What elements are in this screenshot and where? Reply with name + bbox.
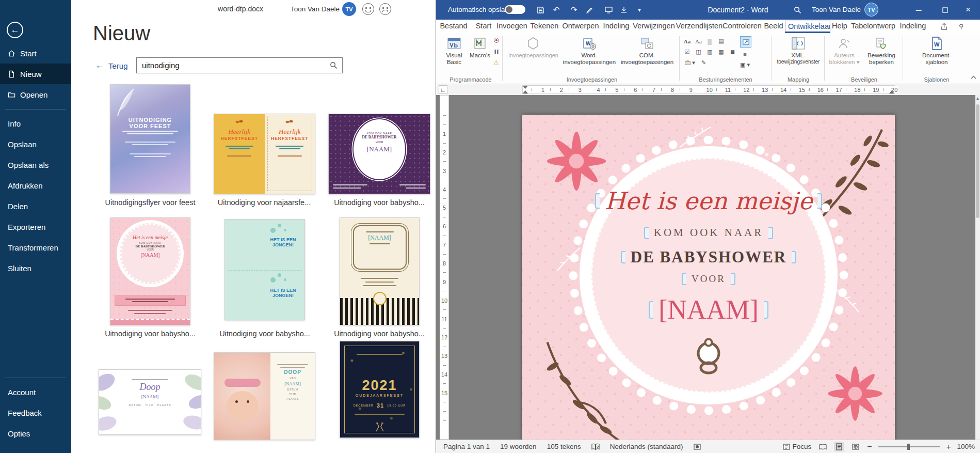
language-indicator[interactable]: Nederlands (standaard) — [610, 443, 683, 450]
zoom-slider[interactable] — [878, 442, 940, 451]
content-control-end-icon[interactable] — [792, 251, 796, 263]
template-card-doop-floraal[interactable]: Doop [NAAM] DATUM · TIJD · PLAATS — [99, 369, 201, 435]
template-card-doop-babyfoto[interactable]: DOOP VAN [NAAM] DATUM TIJD PLAATS — [214, 352, 315, 440]
macro-pause-icon[interactable] — [491, 46, 501, 56]
sidebar-item-opslaan[interactable]: Opslaan — [0, 134, 71, 154]
proofing-icon[interactable] — [591, 443, 600, 450]
template-card-uitnodigingsflyer[interactable]: UITNODIGING VOOR FEEST — [110, 84, 190, 194]
template-label[interactable]: Uitnodiging voor babysho... — [96, 330, 204, 338]
content-control-end-icon[interactable] — [731, 273, 735, 285]
combo-box-control-button[interactable]: ◫ — [694, 47, 703, 57]
sidebar-item-afdrukken[interactable]: Afdrukken — [0, 175, 71, 196]
block-authors-button[interactable]: Auteurs blokkeren ▾ — [827, 35, 861, 66]
tab-controleren[interactable]: Controleren — [720, 21, 764, 31]
vertical-scrollbar[interactable]: ▲ — [975, 95, 980, 440]
search-input[interactable] — [137, 61, 325, 70]
first-line-indent-marker[interactable] — [523, 86, 528, 89]
tab-indeling-tabel[interactable]: Indeling — [897, 21, 929, 31]
qat-customize-icon[interactable]: ▾ — [633, 4, 646, 15]
download-icon[interactable] — [618, 4, 630, 15]
template-label[interactable]: Uitnodigingsflyer voor feest — [96, 198, 204, 207]
dropdown-list-control-button[interactable]: ▥ — [705, 47, 715, 57]
addins-button[interactable]: Invoegtoepassingen — [508, 35, 558, 58]
content-control-start-icon[interactable] — [595, 193, 600, 209]
macro-record-status-icon[interactable] — [694, 444, 701, 450]
print-layout-button[interactable] — [834, 442, 844, 451]
template-card-oudejaarsfeest[interactable]: 2021 OUDEJAARSFEEST DECEMBER 31 19:00 UU… — [340, 341, 420, 438]
back-button[interactable]: ← — [7, 22, 23, 38]
search-icon[interactable] — [791, 4, 804, 15]
content-control-start-icon[interactable] — [649, 301, 653, 319]
doc-text[interactable]: KOM OOK NAAR — [654, 226, 764, 239]
doc-text[interactable]: DE BABYSHOWER — [631, 248, 786, 267]
content-control-end-icon[interactable] — [764, 301, 768, 319]
tab-start[interactable]: Start — [473, 21, 494, 31]
user-name[interactable]: Toon Van Daele — [812, 6, 861, 13]
content-control-end-icon[interactable] — [817, 193, 822, 209]
redo-icon[interactable]: ↷ — [568, 4, 580, 15]
scroll-up-arrow[interactable]: ▲ — [975, 96, 980, 101]
ink-control-button[interactable]: ✎ — [699, 58, 709, 68]
tab-bestand[interactable]: Bestand — [437, 21, 470, 31]
close-button[interactable]: × — [956, 0, 980, 20]
pin-icon[interactable] — [955, 22, 967, 31]
word-count[interactable]: 19 woorden — [500, 443, 537, 450]
search-icon[interactable] — [325, 61, 342, 69]
restrict-editing-button[interactable]: Bewerking beperken — [863, 35, 899, 66]
horizontal-ruler[interactable]: 1234567891011121314151617181920 — [522, 85, 895, 94]
char-count[interactable]: 105 tekens — [547, 443, 581, 450]
read-mode-button[interactable] — [817, 442, 828, 451]
content-control-start-icon[interactable] — [621, 251, 625, 263]
doc-text[interactable]: [NAAM] — [658, 294, 759, 325]
web-layout-button[interactable] — [850, 442, 861, 451]
zoom-level[interactable]: 100% — [957, 443, 975, 450]
legacy-tools-button[interactable]: ▾ — [682, 58, 698, 68]
tab-stop-selector[interactable]: ∟ — [439, 85, 447, 94]
picture-control-button[interactable]: ▒ — [705, 36, 715, 46]
minimize-button[interactable]: ─ — [907, 0, 930, 20]
rich-text-control-button[interactable]: Aa — [682, 36, 692, 46]
save-icon[interactable] — [534, 4, 547, 15]
document-canvas[interactable]: 123456789101112131415 — [436, 95, 975, 440]
zoom-in-button[interactable]: + — [946, 442, 951, 451]
tab-invoegen[interactable]: Invoegen — [494, 21, 530, 31]
design-mode-button[interactable] — [740, 36, 751, 48]
building-block-control-button[interactable]: ▤ — [716, 36, 726, 46]
doc-text[interactable]: VOOR — [692, 273, 726, 285]
tab-ontwerpen[interactable]: Ontwerpen — [560, 21, 602, 31]
doc-text[interactable]: Het is een meisje — [605, 187, 813, 215]
share-icon[interactable] — [938, 22, 950, 31]
sidebar-item-transformeren[interactable]: Transformeren — [0, 237, 71, 258]
vertical-ruler[interactable]: 123456789101112131415 — [440, 95, 449, 440]
date-picker-control-button[interactable]: ▦ — [716, 47, 726, 57]
sidebar-item-nieuw[interactable]: Nieuw — [0, 64, 71, 84]
sidebar-item-opties[interactable]: Opties — [0, 423, 71, 444]
right-indent-marker[interactable] — [889, 90, 894, 93]
tab-tabelontwerp[interactable]: Tabelontwerp — [848, 21, 898, 31]
template-label[interactable]: Uitnodiging voor babysho... — [211, 330, 319, 338]
repeating-section-control-button[interactable]: ≣ — [728, 47, 737, 57]
doc-line-5[interactable]: [NAAM] — [522, 294, 895, 325]
content-control-start-icon[interactable] — [644, 227, 649, 239]
template-card-babyshower-meisje[interactable]: Het is een meisje KOM OOK NAAR DE BABYSH… — [110, 217, 190, 325]
plain-text-control-button[interactable]: Aa — [694, 36, 703, 46]
document-page[interactable]: ♥ ♥ ♥ ♥ ♥ Het is een meisje KOM OOK NAAR — [522, 115, 895, 440]
template-label[interactable]: Uitnodiging voor babysho... — [325, 330, 433, 338]
zoom-knob[interactable] — [907, 444, 910, 450]
template-card-babyshower-creme[interactable]: [NAAM] — [340, 217, 420, 325]
template-card-babyshower-jongen[interactable]: HET IS EEN JONGEN! HET IS EEN JONGEN! — [224, 219, 305, 320]
template-label[interactable]: Uitnodiging voor babysho... — [325, 198, 433, 207]
doc-line-1[interactable]: Het is een meisje — [522, 187, 895, 215]
hanging-indent-marker[interactable] — [523, 90, 528, 93]
tab-help[interactable]: Help — [829, 21, 850, 31]
doc-line-3[interactable]: DE BABYSHOWER — [522, 248, 895, 267]
content-control-end-icon[interactable] — [768, 227, 773, 239]
focus-button[interactable]: Focus — [783, 443, 812, 450]
touch-mode-icon[interactable] — [602, 4, 615, 15]
sidebar-item-opslaan-als[interactable]: Opslaan als — [0, 154, 71, 175]
visual-basic-button[interactable]: Visual Basic — [441, 35, 468, 66]
user-avatar[interactable]: TV — [864, 3, 878, 17]
feedback-smile-icon[interactable] — [362, 3, 374, 15]
group-controls-button[interactable]: ▣ ▾ — [740, 60, 750, 70]
sidebar-item-sluiten[interactable]: Sluiten — [0, 258, 71, 278]
